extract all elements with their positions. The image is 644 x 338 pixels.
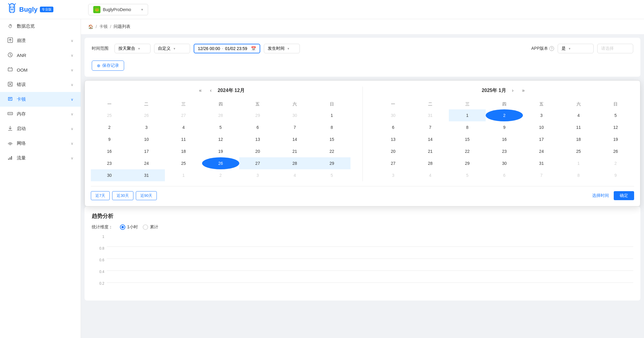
- calendar-day[interactable]: 12: [597, 121, 634, 133]
- calendar-day[interactable]: 11: [165, 133, 202, 145]
- sidebar-item-freeze[interactable]: 卡顿 ∨: [0, 92, 81, 107]
- quick-7days-button[interactable]: 近7天: [91, 191, 110, 200]
- sidebar-item-oom[interactable]: OOM ∨: [0, 63, 81, 77]
- calendar-day[interactable]: 21: [412, 145, 449, 157]
- calendar-day[interactable]: 22: [313, 145, 350, 157]
- sidebar-item-memory[interactable]: 内存 ∨: [0, 107, 81, 121]
- calendar-day[interactable]: 17: [523, 133, 560, 145]
- calendar-day[interactable]: 15: [313, 133, 350, 145]
- time-select-link[interactable]: 选择时间: [592, 193, 609, 198]
- calendar-day[interactable]: 28: [412, 157, 449, 169]
- next-next-month-button[interactable]: »: [520, 87, 527, 94]
- calendar-day[interactable]: 17: [128, 145, 165, 157]
- calendar-day[interactable]: 26: [597, 145, 634, 157]
- calendar-day[interactable]: 5: [202, 121, 239, 133]
- calendar-day[interactable]: 10: [128, 133, 165, 145]
- calendar-day[interactable]: 19: [202, 145, 239, 157]
- calendar-day[interactable]: 10: [523, 121, 560, 133]
- calendar-day[interactable]: 4: [276, 169, 313, 181]
- prev-month-button[interactable]: ‹: [208, 87, 214, 94]
- calendar-day[interactable]: 28: [276, 157, 313, 169]
- calendar-day[interactable]: 30: [375, 109, 412, 121]
- aggregation-select[interactable]: 按天聚合 ▾: [115, 44, 151, 53]
- breadcrumb-link-freeze[interactable]: 卡顿: [99, 24, 108, 29]
- calendar-day[interactable]: 9: [486, 121, 523, 133]
- calendar-day[interactable]: 1: [313, 109, 350, 121]
- calendar-day[interactable]: 22: [449, 145, 486, 157]
- calendar-day[interactable]: 28: [202, 109, 239, 121]
- calendar-day[interactable]: 13: [239, 133, 276, 145]
- calendar-day[interactable]: 23: [486, 145, 523, 157]
- calendar-day[interactable]: 3: [523, 109, 560, 121]
- calendar-day[interactable]: 29: [239, 109, 276, 121]
- calendar-day[interactable]: 9: [91, 133, 128, 145]
- calendar-day[interactable]: 29: [449, 157, 486, 169]
- calendar-day[interactable]: 6: [239, 121, 276, 133]
- version-select[interactable]: 请选择: [597, 44, 633, 53]
- calendar-day[interactable]: 5: [449, 169, 486, 181]
- calendar-day[interactable]: 26: [128, 109, 165, 121]
- calendar-day[interactable]: 21: [276, 145, 313, 157]
- calendar-day[interactable]: 2: [597, 157, 634, 169]
- calendar-day[interactable]: 3: [239, 169, 276, 181]
- calendar-day[interactable]: 20: [239, 145, 276, 157]
- calendar-day[interactable]: 20: [375, 145, 412, 157]
- calendar-day[interactable]: 3: [375, 169, 412, 181]
- calendar-day[interactable]: 5: [597, 109, 634, 121]
- calendar-day[interactable]: 2: [202, 169, 239, 181]
- calendar-day[interactable]: 3: [128, 121, 165, 133]
- occurrence-select[interactable]: 发生时间 ▾: [264, 44, 300, 53]
- calendar-day[interactable]: 15: [449, 133, 486, 145]
- prev-prev-month-button[interactable]: «: [197, 87, 204, 94]
- radio-cumulative[interactable]: 累计: [143, 224, 158, 230]
- calendar-day[interactable]: 14: [412, 133, 449, 145]
- calendar-day[interactable]: 7: [276, 121, 313, 133]
- sidebar-item-traffic[interactable]: 流量 ∨: [0, 151, 81, 165]
- calendar-day[interactable]: 9: [597, 169, 634, 181]
- calendar-day[interactable]: 27: [165, 109, 202, 121]
- sidebar-item-crash[interactable]: 崩溃 ∨: [0, 33, 81, 48]
- calendar-day[interactable]: 1: [560, 157, 597, 169]
- calendar-day[interactable]: 2: [91, 121, 128, 133]
- calendar-day[interactable]: 23: [91, 157, 128, 169]
- is-select[interactable]: 是 ▾: [558, 44, 594, 53]
- calendar-day[interactable]: 12: [202, 133, 239, 145]
- calendar-day[interactable]: 18: [560, 133, 597, 145]
- calendar-day[interactable]: 4: [560, 109, 597, 121]
- calendar-day[interactable]: 13: [375, 133, 412, 145]
- sidebar-item-anr[interactable]: ANR ∨: [0, 48, 81, 63]
- calendar-day[interactable]: 31: [128, 169, 165, 181]
- calendar-day[interactable]: 4: [412, 169, 449, 181]
- calendar-day[interactable]: 24: [128, 157, 165, 169]
- calendar-day[interactable]: 25: [560, 145, 597, 157]
- calendar-day[interactable]: 16: [486, 133, 523, 145]
- quick-30days-button[interactable]: 近30天: [112, 191, 133, 200]
- save-record-button[interactable]: ⊕ 保存记录: [92, 61, 124, 71]
- sidebar-item-error[interactable]: 错误 ∨: [0, 77, 81, 92]
- calendar-day[interactable]: 19: [597, 133, 634, 145]
- info-icon[interactable]: ?: [549, 46, 554, 51]
- calendar-day[interactable]: 11: [560, 121, 597, 133]
- project-selector[interactable]: 🐸 BuglyProDemo ▾: [88, 4, 148, 15]
- sidebar-item-dashboard[interactable]: ⏱ 数据总览: [0, 19, 81, 33]
- calendar-day[interactable]: 5: [313, 169, 350, 181]
- calendar-day[interactable]: 8: [449, 121, 486, 133]
- calendar-day[interactable]: 31: [412, 109, 449, 121]
- calendar-day[interactable]: 4: [165, 121, 202, 133]
- calendar-day[interactable]: 7: [523, 169, 560, 181]
- next-month-button[interactable]: ›: [510, 87, 516, 94]
- calendar-day[interactable]: 14: [276, 133, 313, 145]
- date-range-input[interactable]: 12/26 00:00 - 01/02 23:59 📅: [194, 44, 260, 53]
- sidebar-item-network[interactable]: 网络 ∨: [0, 136, 81, 151]
- calendar-day[interactable]: 24: [523, 145, 560, 157]
- sidebar-item-startup[interactable]: 启动 ∨: [0, 121, 81, 136]
- calendar-day[interactable]: 30: [276, 109, 313, 121]
- radio-1hour[interactable]: 1小时: [120, 224, 138, 230]
- calendar-day[interactable]: 31: [523, 157, 560, 169]
- calendar-day[interactable]: 27: [375, 157, 412, 169]
- calendar-day[interactable]: 1: [165, 169, 202, 181]
- calendar-day[interactable]: 26: [202, 157, 239, 169]
- calendar-day[interactable]: 30: [486, 157, 523, 169]
- home-icon[interactable]: 🏠: [88, 24, 93, 29]
- calendar-day[interactable]: 25: [165, 157, 202, 169]
